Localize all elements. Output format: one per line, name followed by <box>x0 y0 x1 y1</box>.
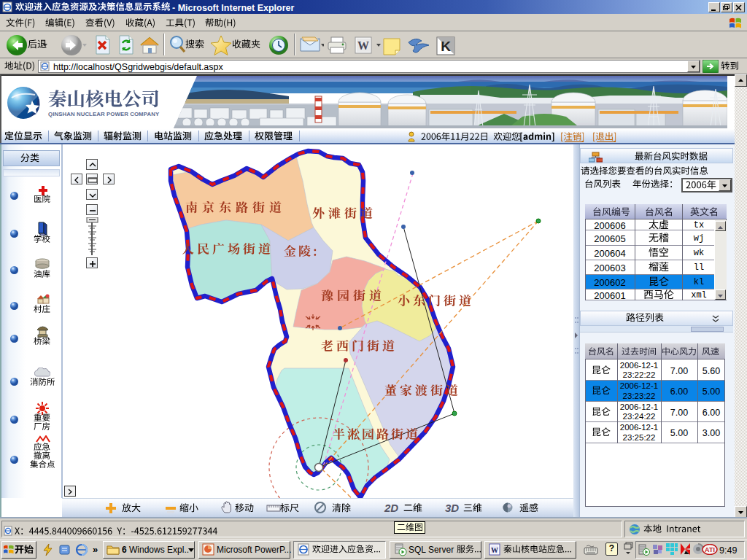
svg-text:W: W <box>491 546 498 554</box>
svg-text:K: K <box>441 39 451 54</box>
svg-text:ATI: ATI <box>705 546 715 553</box>
svg-text:W: W <box>357 39 369 52</box>
